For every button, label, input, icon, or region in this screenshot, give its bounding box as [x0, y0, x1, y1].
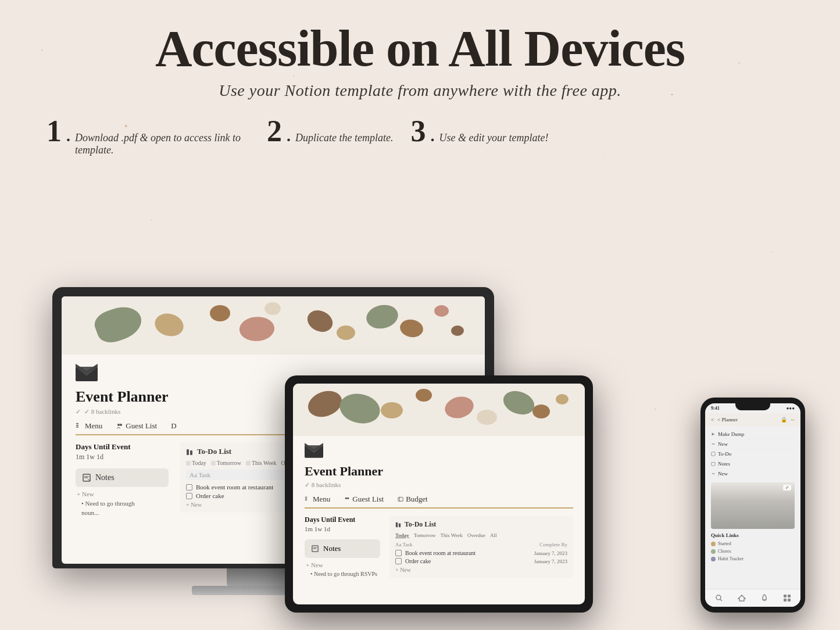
step-2: 2 . Duplicate the template.: [267, 116, 393, 146]
phone-quick-item-3[interactable]: Habit Tracker: [711, 555, 795, 563]
step-1-number: 1: [47, 116, 62, 146]
svg-point-22: [345, 497, 347, 499]
svg-rect-42: [788, 599, 791, 602]
phone-nav-bell[interactable]: [759, 593, 770, 603]
tablet-frame: Event Planner ✓ 8 backlinks Menu Gu: [285, 375, 593, 613]
tablet-backlinks: ✓ 8 backlinks: [305, 481, 573, 489]
tablet-notion-content: Event Planner ✓ 8 backlinks Menu Gu: [293, 436, 585, 585]
phone-quick-label-habit: Habit Tracker: [718, 556, 744, 561]
monitor-new-label[interactable]: + New: [76, 491, 169, 497]
phone-quick-item-2[interactable]: Chores: [711, 547, 795, 555]
phone-notch: [735, 403, 770, 410]
main-title: Accessible on All Devices: [0, 23, 840, 74]
tablet-days-label: Days Until Event: [305, 516, 380, 524]
phone-signal: ●●●: [787, 406, 795, 411]
tablet-envelope-icon: [305, 443, 573, 460]
phone-quick-label-started: Started: [718, 541, 731, 546]
step-3-dot: .: [430, 127, 434, 145]
phone-quick-label-chores: Chores: [718, 549, 731, 554]
phone-frame: 9:41 ●●● < < Planner 🔒 ··· Ma: [700, 398, 805, 613]
tablet-tab-budget[interactable]: Budget: [398, 495, 428, 504]
tablet-new-label[interactable]: + New: [305, 561, 380, 568]
phone-header-title: < Planner: [717, 417, 738, 423]
phone-wrapper: 9:41 ●●● < < Planner 🔒 ··· Ma: [700, 398, 805, 613]
step-1-text: Download .pdf & open to access link to t…: [75, 132, 249, 156]
tablet-tab-guestlist[interactable]: Guest List: [344, 495, 384, 504]
phone-list-item-2: New: [711, 439, 795, 449]
svg-point-23: [347, 497, 349, 499]
steps-row: 1 . Download .pdf & open to access link …: [0, 100, 840, 156]
tablet-notes-box: Notes: [305, 539, 380, 558]
phone-nav-search[interactable]: [714, 593, 724, 603]
phone-navbar: [705, 589, 800, 607]
devices-section: Event Planner ✓✓ 8 backlinks Menu G: [0, 200, 840, 630]
phone-list-item-1: Make Dump: [711, 429, 795, 439]
phone-list-item-4: Notes: [711, 459, 795, 469]
monitor-bullet-2: noun...: [76, 509, 169, 516]
tablet-todo-section: To-Do List Today Tomorrow This Week Over…: [389, 516, 573, 578]
phone-dot-habit: [711, 557, 716, 561]
monitor-tab-guestlist[interactable]: Guest List: [116, 421, 157, 431]
tablet-bullet: • Need to go through RSVPs: [305, 571, 380, 577]
svg-point-34: [716, 595, 721, 600]
monitor-notes-label: Notes: [95, 473, 115, 482]
svg-marker-36: [738, 595, 745, 601]
tablet-todo-header: To-Do List: [395, 520, 567, 529]
phone-image-area: ⤢: [711, 482, 795, 529]
svg-rect-14: [211, 461, 216, 466]
tablet-screen: Event Planner ✓ 8 backlinks Menu Gu: [293, 384, 585, 604]
phone-header: < < Planner 🔒 ···: [705, 413, 800, 426]
svg-point-6: [117, 424, 120, 426]
svg-rect-15: [246, 461, 251, 466]
tablet-right-panel: To-Do List Today Tomorrow This Week Over…: [389, 516, 573, 578]
tablet-days-value: 1m 1w 1d: [305, 525, 380, 532]
phone-dot-chores: [711, 549, 716, 554]
tablet-tab-menu[interactable]: Menu: [305, 495, 330, 504]
svg-rect-12: [190, 450, 192, 455]
monitor-days-label: Days Until Event: [76, 442, 169, 452]
svg-rect-21: [305, 500, 307, 500]
monitor-notes-box: Notes: [76, 468, 169, 487]
svg-point-7: [120, 424, 122, 426]
phone-time: 9:41: [711, 406, 720, 411]
step-2-number: 2: [267, 116, 282, 146]
svg-rect-30: [399, 524, 401, 528]
svg-rect-29: [396, 522, 398, 527]
step-1: 1 . Download .pdf & open to access link …: [47, 116, 249, 156]
step-2-dot: .: [287, 127, 291, 145]
phone-list-item-5: New: [711, 469, 795, 479]
tablet-wrapper: Event Planner ✓ 8 backlinks Menu Gu: [285, 375, 593, 613]
phone-back-button[interactable]: <: [711, 417, 714, 423]
tablet-tabs: Menu Guest List Budget: [305, 495, 573, 509]
phone-quick-title: Quick Links: [711, 532, 795, 538]
svg-rect-41: [784, 599, 787, 602]
tablet-banner: [293, 384, 585, 436]
phone-quick-item-1[interactable]: Started: [711, 540, 795, 547]
monitor-tab-menu[interactable]: Menu: [76, 421, 102, 431]
tablet-todo-filters: Today Tomorrow This Week Overdue All: [395, 532, 567, 538]
svg-rect-20: [305, 498, 307, 499]
svg-rect-19: [305, 497, 307, 497]
monitor-bullet: • Need to go through: [76, 500, 169, 507]
svg-rect-4: [76, 425, 78, 426]
svg-line-35: [720, 599, 722, 601]
monitor-banner: [62, 296, 485, 355]
tablet-todo-item-1: Book event room at restaurant January 7,…: [395, 550, 567, 556]
tablet-todo-task-row: Aa Task Complete By: [395, 542, 567, 547]
svg-rect-5: [76, 427, 78, 428]
phone-image-expand[interactable]: ⤢: [783, 485, 791, 491]
svg-rect-24: [398, 497, 403, 502]
monitor-tab-other[interactable]: D: [171, 421, 176, 431]
tablet-todo-new[interactable]: + New: [395, 567, 567, 573]
svg-rect-39: [784, 595, 787, 597]
header-section: Accessible on All Devices Use your Notio…: [0, 0, 840, 100]
monitor-days-value: 1m 1w 1d: [76, 453, 169, 461]
phone-screen: 9:41 ●●● < < Planner 🔒 ··· Ma: [705, 403, 800, 607]
step-3-text: Use & edit your template!: [439, 132, 548, 144]
phone-nav-home[interactable]: [737, 593, 747, 603]
phone-nav-grid[interactable]: [782, 593, 792, 603]
subtitle: Use your Notion template from anywhere w…: [0, 81, 840, 100]
tablet-body: Days Until Event 1m 1w 1d Notes: [305, 516, 573, 578]
svg-rect-40: [788, 595, 791, 597]
phone-more-icon[interactable]: ···: [791, 417, 795, 423]
